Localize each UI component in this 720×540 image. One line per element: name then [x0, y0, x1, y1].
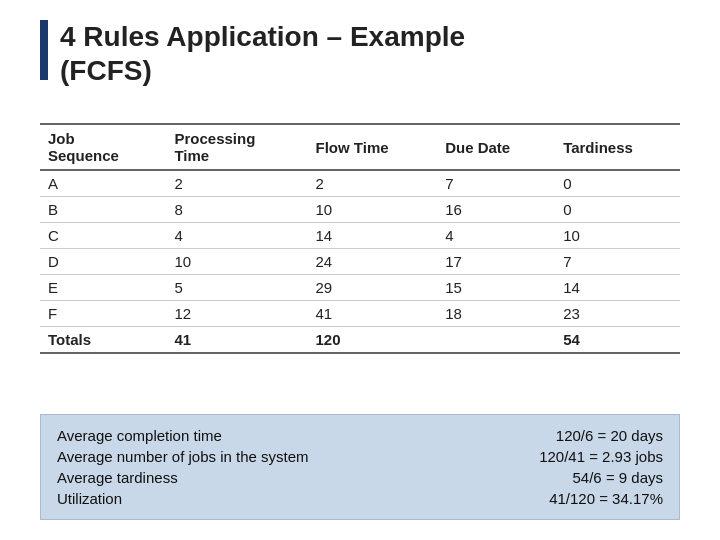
summary-value-2: 54/6 = 9 days — [573, 469, 663, 486]
table-row: E5291514 — [40, 275, 680, 301]
cell-6-0: Totals — [40, 327, 166, 354]
col-processing-time: ProcessingTime — [166, 124, 307, 170]
cell-3-1: 10 — [166, 249, 307, 275]
cell-4-2: 29 — [308, 275, 438, 301]
summary-row-2: Average tardiness54/6 = 9 days — [57, 469, 663, 486]
col-job-sequence: JobSequence — [40, 124, 166, 170]
page-container: 4 Rules Application – Example (FCFS) Job… — [0, 0, 720, 540]
cell-6-2: 120 — [308, 327, 438, 354]
summary-row-0: Average completion time120/6 = 20 days — [57, 427, 663, 444]
col-due-date: Due Date — [437, 124, 555, 170]
cell-4-3: 15 — [437, 275, 555, 301]
table-row: A2270 — [40, 170, 680, 197]
table-section: JobSequence ProcessingTime Flow Time Due… — [40, 123, 680, 404]
cell-1-3: 16 — [437, 197, 555, 223]
summary-value-1: 120/41 = 2.93 jobs — [539, 448, 663, 465]
fcfs-table: JobSequence ProcessingTime Flow Time Due… — [40, 123, 680, 354]
cell-5-2: 41 — [308, 301, 438, 327]
table-row: F12411823 — [40, 301, 680, 327]
col-tardiness: Tardiness — [555, 124, 680, 170]
summary-row-1: Average number of jobs in the system120/… — [57, 448, 663, 465]
summary-box: Average completion time120/6 = 20 daysAv… — [40, 414, 680, 520]
title-line1: 4 Rules Application – Example — [60, 21, 465, 52]
cell-5-0: F — [40, 301, 166, 327]
summary-label-3: Utilization — [57, 490, 122, 507]
summary-row-3: Utilization41/120 = 34.17% — [57, 490, 663, 507]
cell-5-1: 12 — [166, 301, 307, 327]
cell-5-3: 18 — [437, 301, 555, 327]
cell-0-3: 7 — [437, 170, 555, 197]
cell-1-4: 0 — [555, 197, 680, 223]
summary-label-0: Average completion time — [57, 427, 222, 444]
summary-value-3: 41/120 = 34.17% — [549, 490, 663, 507]
title-wrapper: 4 Rules Application – Example (FCFS) — [40, 20, 680, 105]
cell-0-1: 2 — [166, 170, 307, 197]
title-line2: (FCFS) — [60, 55, 152, 86]
cell-2-4: 10 — [555, 223, 680, 249]
cell-1-0: B — [40, 197, 166, 223]
cell-0-2: 2 — [308, 170, 438, 197]
table-row: D1024177 — [40, 249, 680, 275]
cell-3-4: 7 — [555, 249, 680, 275]
table-row: C414410 — [40, 223, 680, 249]
cell-1-1: 8 — [166, 197, 307, 223]
cell-2-2: 14 — [308, 223, 438, 249]
cell-6-3 — [437, 327, 555, 354]
summary-label-1: Average number of jobs in the system — [57, 448, 309, 465]
cell-6-1: 41 — [166, 327, 307, 354]
cell-1-2: 10 — [308, 197, 438, 223]
accent-bar — [40, 20, 48, 80]
page-title: 4 Rules Application – Example (FCFS) — [60, 20, 465, 87]
cell-4-0: E — [40, 275, 166, 301]
cell-3-0: D — [40, 249, 166, 275]
cell-0-0: A — [40, 170, 166, 197]
cell-3-3: 17 — [437, 249, 555, 275]
summary-value-0: 120/6 = 20 days — [556, 427, 663, 444]
cell-5-4: 23 — [555, 301, 680, 327]
cell-4-1: 5 — [166, 275, 307, 301]
cell-6-4: 54 — [555, 327, 680, 354]
cell-2-3: 4 — [437, 223, 555, 249]
table-row: B810160 — [40, 197, 680, 223]
cell-2-0: C — [40, 223, 166, 249]
table-header-row: JobSequence ProcessingTime Flow Time Due… — [40, 124, 680, 170]
cell-0-4: 0 — [555, 170, 680, 197]
table-row: Totals4112054 — [40, 327, 680, 354]
summary-label-2: Average tardiness — [57, 469, 178, 486]
col-flow-time: Flow Time — [308, 124, 438, 170]
cell-3-2: 24 — [308, 249, 438, 275]
cell-2-1: 4 — [166, 223, 307, 249]
cell-4-4: 14 — [555, 275, 680, 301]
